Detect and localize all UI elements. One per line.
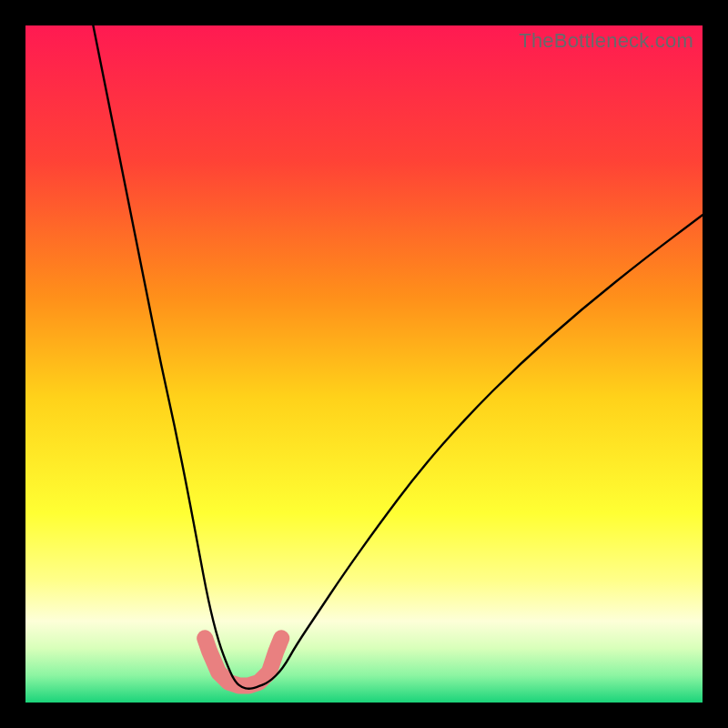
bottleneck-curve xyxy=(93,25,703,689)
watermark-text: TheBottleneck.com xyxy=(519,29,693,53)
curve-layer xyxy=(25,25,703,703)
bottom-marker-path xyxy=(205,638,281,685)
plot-frame: TheBottleneck.com xyxy=(25,25,703,703)
